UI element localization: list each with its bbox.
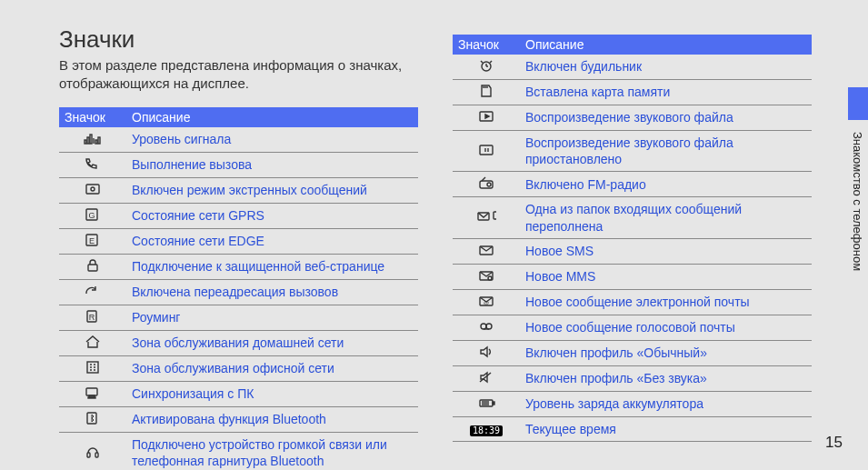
- icon-description: Уровень сигнала: [126, 127, 418, 153]
- svg-point-51: [481, 324, 486, 329]
- signal-icon: [59, 127, 126, 153]
- svg-rect-26: [87, 453, 90, 457]
- table-row: Уровень сигнала: [59, 127, 418, 153]
- sms-icon: [453, 238, 520, 264]
- icon-description: Состояние сети EDGE: [126, 229, 418, 255]
- play-icon: [453, 105, 520, 131]
- svg-point-41: [487, 183, 491, 186]
- icon-description: Включена переадресация вызовов: [126, 280, 418, 305]
- icon-description: Новое сообщение голосовой почты: [520, 315, 812, 340]
- svg-point-7: [91, 187, 95, 191]
- table-row: 18:39Текущее время: [453, 416, 812, 441]
- svg-text:G: G: [88, 211, 95, 220]
- battery-icon: [453, 391, 520, 416]
- table-header-desc: Описание: [126, 107, 418, 127]
- time-icon: 18:39: [453, 416, 520, 441]
- svg-rect-22: [86, 388, 97, 395]
- icon-description: Воспроизведение звукового файла приостан…: [520, 131, 812, 172]
- svg-rect-44: [494, 212, 496, 219]
- svg-rect-2: [90, 135, 92, 144]
- svg-point-52: [486, 324, 492, 329]
- table-row: EСостояние сети EDGE: [59, 229, 418, 255]
- icon-description: Подключено устройство громкой связи или …: [126, 433, 418, 471]
- office-icon: [59, 356, 126, 382]
- svg-rect-37: [480, 145, 493, 155]
- svg-rect-12: [88, 265, 97, 271]
- table-row: Включен профиль «Без звука»: [453, 365, 812, 391]
- lock-icon: [59, 255, 126, 280]
- mute-icon: [453, 365, 520, 391]
- sync-icon: [59, 382, 126, 407]
- sound-icon: [453, 340, 520, 365]
- svg-rect-1: [87, 137, 89, 144]
- icon-description: Новое MMS: [520, 264, 812, 289]
- table-row: Подключение к защищенной веб-странице: [59, 255, 418, 280]
- icons-table-right: Значок Описание Включен будильникВставле…: [453, 35, 812, 442]
- table-row: RРоуминг: [59, 305, 418, 331]
- icon-description: Включен профиль «Без звука»: [520, 365, 812, 391]
- svg-line-32: [490, 61, 492, 63]
- svg-text:@: @: [484, 300, 489, 305]
- svg-text:E: E: [89, 236, 95, 245]
- sdcard-icon: [453, 80, 520, 105]
- table-row: Включено FM-радио: [453, 172, 812, 197]
- svg-point-48: [488, 276, 492, 280]
- call-icon: [59, 153, 126, 178]
- table-row: Подключено устройство громкой связи или …: [59, 433, 418, 471]
- sos-icon: [59, 178, 126, 204]
- icon-description: Выполнение вызова: [126, 153, 418, 178]
- pause-icon: [453, 131, 520, 172]
- icons-table-left: Значок Описание Уровень сигналаВыполнени…: [59, 107, 418, 470]
- vmail-icon: [453, 315, 520, 340]
- roam-icon: R: [59, 305, 126, 331]
- table-row: Выполнение вызова: [59, 153, 418, 178]
- table-row: Зона обслуживания офисной сети: [59, 356, 418, 382]
- icon-description: Состояние сети GPRS: [126, 204, 418, 229]
- svg-rect-4: [95, 140, 97, 144]
- table-row: Новое MMS: [453, 264, 812, 289]
- icon-description: Синхронизация с ПК: [126, 382, 418, 407]
- icon-description: Новое сообщение электронной почты: [520, 289, 812, 315]
- table-row: @Новое сообщение электронной почты: [453, 289, 812, 315]
- table-row: Новое SMS: [453, 238, 812, 264]
- side-tab: [848, 87, 868, 120]
- svg-text:R: R: [89, 313, 95, 322]
- table-row: Синхронизация с ПК: [59, 382, 418, 407]
- icon-description: Вставлена карта памяти: [520, 80, 812, 105]
- svg-rect-15: [87, 362, 98, 373]
- table-row: Зона обслуживания домашней сети: [59, 331, 418, 356]
- table-row: Вставлена карта памяти: [453, 80, 812, 105]
- icon-description: Включено FM-радио: [520, 172, 812, 197]
- table-row: Включен профиль «Обычный»: [453, 340, 812, 365]
- clock-time-icon: 18:39: [470, 425, 503, 436]
- bthead-icon: [59, 433, 126, 471]
- fm-icon: [453, 172, 520, 197]
- table-header-icon: Значок: [59, 107, 126, 127]
- table-row: Воспроизведение звукового файла: [453, 105, 812, 131]
- table-header-desc: Описание: [520, 35, 812, 55]
- home-icon: [59, 331, 126, 356]
- icon-description: Воспроизведение звукового файла: [520, 105, 812, 131]
- icon-description: Уровень заряда аккумулятора: [520, 391, 812, 416]
- side-section-label: Знакомство с телефоном: [848, 132, 864, 405]
- table-row: Уровень заряда аккумулятора: [453, 391, 812, 416]
- page-number: 15: [825, 434, 843, 452]
- bt-icon: [59, 407, 126, 433]
- mms-icon: [453, 264, 520, 289]
- svg-rect-27: [95, 453, 98, 457]
- svg-rect-5: [98, 137, 100, 144]
- icon-description: Зона обслуживания домашней сети: [126, 331, 418, 356]
- page-title: Значки: [59, 25, 135, 54]
- icon-description: Одна из папок входящих сообщений перепол…: [520, 197, 812, 238]
- inbox-icon: [453, 197, 520, 238]
- svg-rect-56: [493, 402, 494, 405]
- page-intro: В этом разделе представлена информация о…: [59, 56, 414, 94]
- table-header-icon: Значок: [453, 35, 520, 55]
- icon-description: Подключение к защищенной веб-странице: [126, 255, 418, 280]
- table-row: Одна из папок входящих сообщений перепол…: [453, 197, 812, 238]
- icon-description: Зона обслуживания офисной сети: [126, 356, 418, 382]
- table-row: Включен режим экстренных сообщений: [59, 178, 418, 204]
- icon-description: Роуминг: [126, 305, 418, 331]
- svg-rect-0: [85, 140, 86, 144]
- icon-description: Включен профиль «Обычный»: [520, 340, 812, 365]
